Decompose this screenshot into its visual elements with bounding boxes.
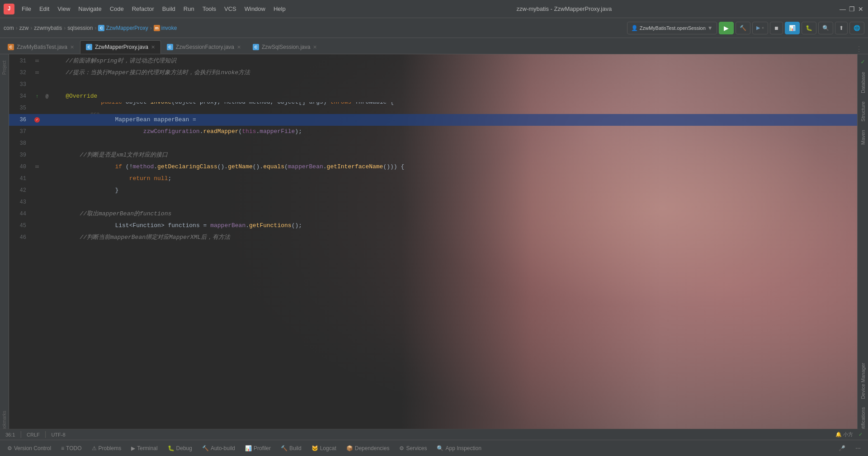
svg-rect-5	[35, 167, 39, 168]
menu-navigate[interactable]: Navigate	[75, 4, 105, 14]
code-editor[interactable]: 31 //前面讲解spring时，讲过动态代理知识 32 //提示：当执行Map…	[9, 54, 857, 243]
maximize-button[interactable]: ❐	[848, 5, 855, 13]
code-line-37: 37 zzwConfiguration.readMapper(this.mapp…	[9, 126, 857, 138]
code-line-43: 43	[9, 196, 857, 208]
breadcrumb-class[interactable]: C ZzwMapperProxy	[98, 24, 148, 31]
left-panel: Project Bookmarks	[0, 54, 9, 440]
status-encoding[interactable]: UTF-8	[49, 432, 67, 437]
status-inspection[interactable]: ✓	[857, 432, 864, 437]
tab-close-4[interactable]: ✕	[313, 44, 317, 50]
database-panel-tab[interactable]: Database	[859, 68, 868, 97]
tab-close-2[interactable]: ✕	[151, 44, 155, 50]
close-button[interactable]: ✕	[857, 5, 864, 13]
window-controls: — ❐ ✕	[839, 5, 864, 13]
tab-ZzwSqlSession[interactable]: C ZzwSqlSession.java ✕	[247, 40, 323, 54]
maven-panel-tab[interactable]: Maven	[859, 126, 868, 148]
terminal-button[interactable]: ▶Terminal	[127, 442, 162, 454]
code-line-31: 31 //前面讲解spring时，讲过动态代理知识	[9, 55, 857, 67]
project-panel-tab[interactable]: Project	[1, 58, 8, 77]
breadcrumb: com › zzw › zzwmybatis › sqlsession › C …	[4, 24, 177, 31]
menu-file[interactable]: File	[18, 4, 35, 14]
status-bar: 36:1 | CRLF | UTF-8 🔔 小方 ✓	[0, 429, 868, 440]
menu-bar: File Edit View Navigate Code Refactor Bu…	[18, 4, 289, 14]
code-line-32: 32 //提示：当执行Mapper接口的代理对象方法时，会执行到invoke方法	[9, 67, 857, 79]
settings-button[interactable]: 🌐	[849, 22, 864, 34]
tabs-more-button[interactable]: ⋮	[855, 45, 863, 54]
app-inspection-button[interactable]: 🔍App Inspection	[432, 442, 486, 454]
debug-button[interactable]: 🐛	[802, 22, 816, 34]
breadcrumb-zzw[interactable]: zzw	[19, 25, 29, 31]
minimize-button[interactable]: —	[839, 5, 846, 13]
logcat-button[interactable]: 🐱Logcat	[307, 442, 341, 454]
auto-build-button[interactable]: 🔨Auto-build	[198, 442, 240, 454]
tab-close-1[interactable]: ✕	[70, 44, 74, 50]
code-line-34: 34 ↑ @ @Override	[9, 90, 857, 102]
code-line-33: 33	[9, 79, 857, 90]
audio-button[interactable]: 🎤	[834, 442, 850, 454]
build-bottom-button[interactable]: 🔨Build	[276, 442, 306, 454]
svg-rect-2	[35, 71, 39, 72]
svg-rect-0	[35, 60, 39, 61]
run-button[interactable]: ▶	[719, 22, 734, 34]
bottom-toolbar: ⚙Version Control ≡TODO ⚠Problems ▶Termin…	[0, 440, 868, 456]
menu-vcs[interactable]: VCS	[221, 4, 240, 14]
app-logo: J	[4, 4, 14, 14]
svg-rect-3	[35, 73, 39, 74]
problems-button[interactable]: ⚠Problems	[87, 442, 126, 454]
debug-button[interactable]: 🐛Debug	[163, 442, 197, 454]
breadcrumb-sqlsession[interactable]: sqlsession	[67, 25, 93, 31]
profile-button[interactable]: 📊	[785, 22, 800, 34]
search-button[interactable]: 🔍	[818, 22, 833, 34]
code-line-46: 46 //判断当前mapperBean绑定对应MapperXML后，有方法	[9, 232, 857, 243]
coverage-button[interactable]: ▶ +	[752, 22, 768, 34]
menu-refactor[interactable]: Refactor	[128, 4, 158, 14]
tab-close-3[interactable]: ✕	[237, 44, 241, 50]
menu-edit[interactable]: Edit	[36, 4, 53, 14]
tab-ZzwSessionFactory[interactable]: C ZzwSessionFactory.java ✕	[161, 40, 247, 54]
menu-help[interactable]: Help	[270, 4, 289, 14]
menu-window[interactable]: Window	[241, 4, 269, 14]
svg-rect-4	[35, 166, 39, 166]
menu-build[interactable]: Build	[159, 4, 179, 14]
build-button[interactable]: 🔨	[736, 22, 750, 34]
menu-code[interactable]: Code	[106, 4, 127, 14]
navbar: com › zzw › zzwmybatis › sqlsession › C …	[0, 18, 868, 38]
editor-main: Project Bookmarks 31 //前面讲解spring时，讲过动态代…	[0, 54, 868, 440]
status-position[interactable]: 36:1	[4, 432, 17, 437]
breadcrumb-com[interactable]: com	[4, 25, 14, 31]
profile-switcher[interactable]: 👤 ZzwMyBatisTest.openSession ▼	[627, 22, 717, 34]
code-line-45: 45 List<Function> functions = mapperBean…	[9, 220, 857, 232]
window-title: zzw-mybatis - ZzwMapperProxy.java	[293, 5, 835, 12]
breadcrumb-zzwmybatis[interactable]: zzwmybatis	[34, 25, 62, 31]
profiler-button[interactable]: 📊Profiler	[241, 442, 275, 454]
status-notification[interactable]: 🔔 小方	[834, 431, 855, 438]
more-options-button[interactable]: ⋯	[851, 442, 865, 454]
update-button[interactable]: ⬆	[835, 22, 848, 34]
dependencies-button[interactable]: 📦Dependencies	[342, 442, 394, 454]
tab-ZzwMapperProxy[interactable]: C ZzwMapperProxy.java ✕	[80, 40, 161, 54]
menu-tools[interactable]: Tools	[199, 4, 220, 14]
version-control-button[interactable]: ⚙Version Control	[3, 442, 56, 454]
device-manager-panel-tab[interactable]: Device Manager	[859, 359, 868, 403]
tabs-bar: C ZzwMyBatisTest.java ✕ C ZzwMapperProxy…	[0, 38, 868, 54]
run-config-button[interactable]: ⏹	[770, 22, 783, 34]
titlebar: J File Edit View Navigate Code Refactor …	[0, 0, 868, 18]
breakpoint-icon[interactable]: ✓	[34, 117, 40, 123]
inspection-ok-icon: ✓	[859, 56, 866, 67]
svg-rect-1	[35, 61, 39, 62]
nav-tools: 👤 ZzwMyBatisTest.openSession ▼ ▶ 🔨 ▶ + ⏹…	[627, 22, 864, 34]
menu-run[interactable]: Run	[180, 4, 198, 14]
code-line-41: 41 return null;	[9, 173, 857, 185]
services-button[interactable]: ⚙Services	[395, 442, 431, 454]
tab-ZzwMyBatisTest[interactable]: C ZzwMyBatisTest.java ✕	[2, 40, 80, 54]
todo-button[interactable]: ≡TODO	[57, 442, 86, 454]
menu-view[interactable]: View	[54, 4, 74, 14]
status-linesep[interactable]: CRLF	[25, 432, 42, 437]
right-sidebar: ✓ Database Structure Maven Device Manage…	[857, 54, 868, 440]
structure-panel-tab[interactable]: Structure	[859, 98, 868, 125]
breadcrumb-method[interactable]: m invoke	[154, 24, 177, 31]
